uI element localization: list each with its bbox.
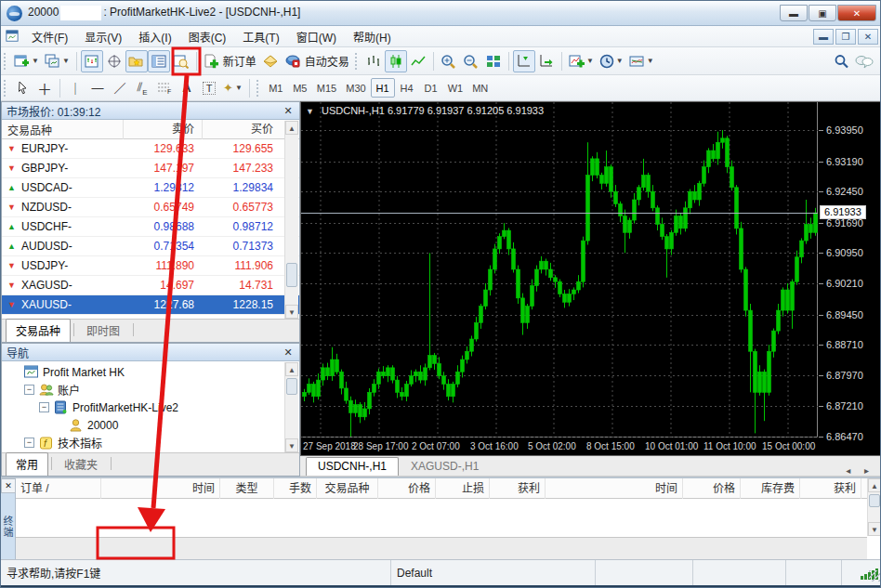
scroll-up-icon[interactable]: ▲ [868,478,881,492]
market-watch-header[interactable]: 市场报价: 01:39:12 ✕ [2,102,299,120]
menu-帮助(H)[interactable]: 帮助(H) [345,29,400,47]
scroll-up-icon[interactable]: ▲ [285,362,298,376]
menu-窗口(W)[interactable]: 窗口(W) [288,29,345,47]
market-watch-row[interactable]: ▼USDJPY-111.890111.906 [2,256,299,276]
chart-tab-scroll-arrows[interactable]: ◂ ▸ [846,465,881,476]
market-watch-tab-即时图[interactable]: 即时图 [76,319,130,342]
horizontal-line-tool-button[interactable]: — [86,77,109,99]
toolbar-grip[interactable] [256,80,261,97]
new-order-button[interactable]: 新订单 [201,50,259,72]
timeframe-D1[interactable]: D1 [419,78,443,98]
market-watch-row[interactable]: ▼XAGUSD-14.69714.731 [2,276,299,295]
data-window-button[interactable] [103,50,125,72]
market-watch-row[interactable]: ▲AUDUSD-0.713540.71373 [2,237,299,256]
fibonacci-tool-button[interactable]: F [153,77,176,99]
toolbar-grip[interactable] [355,53,360,70]
text-label-tool-button[interactable]: T [198,77,220,99]
indicators-button[interactable]: ▼ [566,50,597,72]
community-chat-button[interactable] [852,50,876,72]
orders-column-9[interactable]: 价格 [683,478,741,499]
timeframe-M30[interactable]: M30 [341,78,370,98]
timeframe-H1[interactable]: H1 [371,78,395,98]
scroll-thumb[interactable] [286,263,297,287]
arrows-tool-button[interactable]: ✦▼ [220,77,245,99]
orders-column-11[interactable]: 获利 [800,478,861,499]
timeframe-H4[interactable]: H4 [395,78,419,98]
market-watch-row[interactable]: ▼NZDUSD-0.657490.65773 [2,198,299,217]
tree-item-20000[interactable]: 20000 [6,416,299,434]
scroll-thumb[interactable] [869,494,880,507]
chart-window[interactable]: ▼ USDCNH-,H1 6.91779 6.91937 6.91205 6.9… [300,101,881,456]
navigator-tab-常用[interactable]: 常用 [6,452,48,476]
orders-column-7[interactable]: 获利 [490,478,546,499]
profiles-button[interactable]: ▼ [42,50,72,72]
maximize-button[interactable]: ▣ [809,5,836,21]
orders-column-10[interactable]: 库存费 [741,478,800,499]
toolbar-grip[interactable] [4,53,8,70]
orders-column-1[interactable]: 时间 [101,478,220,499]
text-tool-button[interactable]: A [176,77,198,99]
market-watch-row[interactable]: ▼XAUUSD-1227.681228.15 [2,295,299,315]
bar-chart-type-button[interactable] [362,50,385,72]
terminal-scrollbar[interactable]: ▲ ▼ [867,478,881,536]
navigator-close-icon[interactable]: ✕ [282,346,295,359]
terminal-button[interactable] [148,50,170,72]
column-symbol[interactable]: 交易品种 [2,122,123,137]
orders-column-3[interactable]: 手数 [274,478,317,499]
tree-item-Profit Market HK[interactable]: Profit Market HK [6,363,299,381]
autotrading-button[interactable]: 自动交易 [282,50,352,72]
menu-文件(F)[interactable]: 文件(F) [23,29,76,47]
tree-expander-icon[interactable]: − [39,402,49,412]
orders-column-5[interactable]: 价格 [378,478,436,499]
chart-tab-USDCNH-,H1[interactable]: USDCNH-,H1 [306,457,399,476]
crosshair-tool-button[interactable]: ＋ [33,77,56,99]
tile-windows-button[interactable] [482,50,505,72]
scroll-down-icon[interactable]: ▼ [285,305,298,319]
market-watch-button[interactable] [81,50,103,72]
column-ask[interactable]: 买价 [202,120,281,139]
navigator-header[interactable]: 导航 ✕ [2,344,299,361]
navigator-button[interactable] [125,50,148,72]
new-chart-button[interactable]: ▼ [11,50,42,72]
navigator-tab-收藏夹[interactable]: 收藏夹 [54,452,108,476]
zoom-in-button[interactable] [438,50,460,72]
chart-tab-XAGUSD-,H1[interactable]: XAGUSD-,H1 [399,457,491,476]
tree-expander-icon[interactable]: − [24,385,34,395]
scroll-down-icon[interactable]: ▼ [868,522,881,536]
status-profile[interactable]: Default [391,560,596,585]
search-button[interactable] [830,50,852,72]
resize-grip[interactable] [869,570,880,581]
child-minimize-button[interactable]: ▬ [813,29,834,45]
timeframe-M1[interactable]: M1 [264,78,288,98]
chart-menu-icon[interactable]: ▼ [306,107,314,116]
market-watch-row[interactable]: ▼GBPJPY-147.197147.233 [2,159,299,178]
timeframe-M5[interactable]: M5 [288,78,312,98]
zoom-out-button[interactable] [460,50,482,72]
periods-button[interactable]: ▼ [597,50,626,72]
channel-tool-button[interactable]: ⫽E [131,77,153,99]
menu-显示(V)[interactable]: 显示(V) [76,29,130,47]
orders-column-0[interactable]: 订单 / [16,478,101,499]
trendline-tool-button[interactable]: ／ [109,77,131,99]
column-bid[interactable]: 卖价 [123,120,202,139]
vertical-line-tool-button[interactable]: ｜ [64,77,86,99]
timeframe-W1[interactable]: W1 [443,78,468,98]
menu-插入(I)[interactable]: 插入(I) [130,29,179,47]
child-close-button[interactable]: ✕ [858,29,878,45]
chart-plot-area[interactable] [301,102,818,438]
terminal-close-icon[interactable]: ✕ [1,478,16,493]
navigator-scrollbar[interactable]: ▲ ▼ [284,362,298,452]
close-button[interactable]: ✕ [837,5,876,21]
templates-button[interactable]: ▼ [626,50,657,72]
candlestick-type-button[interactable] [385,50,407,72]
orders-column-8[interactable]: 时间 [546,478,683,499]
timeframe-MN[interactable]: MN [467,78,493,98]
strategy-tester-button[interactable] [170,50,192,72]
tree-expander-icon[interactable]: − [24,438,34,448]
line-chart-type-button[interactable] [407,50,429,72]
tree-item-ProfitMarketHK-Live2[interactable]: −ProfitMarketHK-Live2 [6,399,299,416]
market-watch-scrollbar[interactable]: ▲ ▼ [284,121,298,319]
tree-item-账户[interactable]: −账户 [6,381,299,399]
market-watch-row[interactable]: ▲USDCHF-0.986880.98712 [2,217,299,237]
cursor-tool-button[interactable] [11,77,33,99]
